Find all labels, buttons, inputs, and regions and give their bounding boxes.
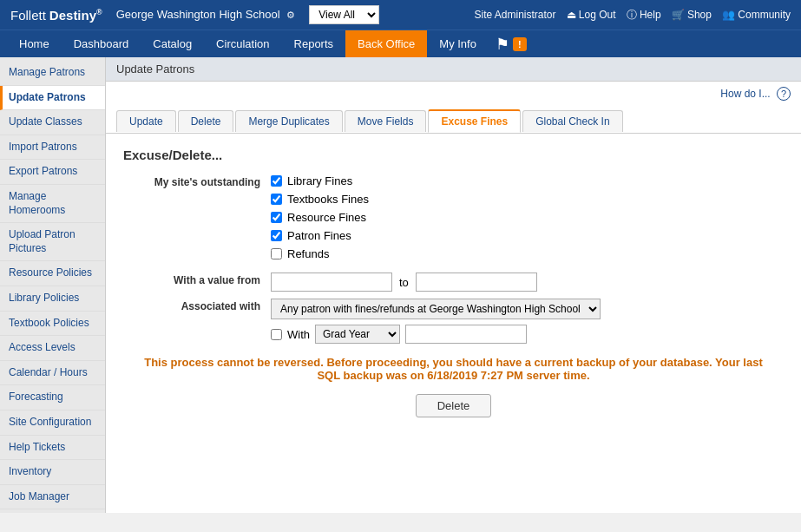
- sidebar-item-site-configuration[interactable]: Site Configuration: [0, 410, 105, 436]
- sidebar-item-calendar-hours[interactable]: Calendar / Hours: [0, 361, 105, 386]
- tab-excuse-fines[interactable]: Excuse Fines: [428, 109, 521, 133]
- how-do-i-link[interactable]: How do I... ?: [720, 88, 791, 100]
- community-icon: 👥: [722, 9, 735, 21]
- sidebar-item-inventory[interactable]: Inventory: [0, 460, 105, 485]
- associated-select[interactable]: Any patron with fines/refunds at George …: [271, 299, 601, 319]
- delete-button[interactable]: Delete: [416, 394, 492, 417]
- sidebar-item-manage-patrons[interactable]: Manage Patrons: [0, 61, 105, 86]
- checkbox-library-fines-label: Library Fines: [287, 174, 352, 187]
- associated-field: Any patron with fines/refunds at George …: [271, 299, 784, 344]
- with-label: With: [287, 328, 310, 341]
- value-field: to: [271, 273, 784, 292]
- value-to-label: to: [399, 276, 409, 289]
- tab-move-fields[interactable]: Move Fields: [345, 110, 427, 132]
- checkbox-resource-fines: Resource Fines: [271, 211, 784, 224]
- help-link-header[interactable]: ⓘ Help: [627, 8, 661, 23]
- form-area: Excuse/Delete... My site's outstanding L…: [106, 134, 801, 431]
- nav-circulation[interactable]: Circulation: [204, 30, 281, 57]
- shop-link[interactable]: 🛒 Shop: [672, 9, 712, 21]
- tab-merge-duplicates[interactable]: Merge Duplicates: [235, 110, 342, 132]
- with-row: With Grad Year Home Room Grade: [271, 325, 784, 344]
- help-row: How do I... ?: [106, 82, 801, 106]
- value-from-input[interactable]: [271, 273, 392, 292]
- nav-alert-badge[interactable]: !: [513, 37, 527, 51]
- section-title: Excuse/Delete...: [123, 148, 784, 162]
- logout-icon: ⏏: [567, 9, 576, 21]
- checkbox-refunds-label: Refunds: [287, 247, 329, 260]
- sidebar-item-resource-policies[interactable]: Resource Policies: [0, 261, 105, 286]
- outstanding-row: My site's outstanding Library Fines Text…: [123, 174, 784, 266]
- checkbox-refunds-input[interactable]: [271, 248, 282, 259]
- value-label: With a value from: [123, 273, 271, 286]
- checkbox-textbook-fines-input[interactable]: [271, 194, 282, 205]
- value-to-input[interactable]: [416, 273, 537, 292]
- value-range-row: to: [271, 273, 784, 292]
- value-row: With a value from to: [123, 273, 784, 292]
- flag-icon: ⚑: [496, 35, 509, 54]
- sidebar-item-help-tickets[interactable]: Help Tickets: [0, 436, 105, 461]
- nav-backoffice[interactable]: Back Office: [345, 30, 427, 57]
- brand-follett: Follett: [10, 8, 46, 23]
- checkboxes-field: Library Fines Textbooks Fines Resource F…: [271, 174, 784, 266]
- sidebar-item-forecasting[interactable]: Forecasting: [0, 385, 105, 410]
- associated-row: Associated with Any patron with fines/re…: [123, 299, 784, 344]
- checkbox-refunds: Refunds: [271, 247, 784, 260]
- header-right: Site Administrator ⏏ Log Out ⓘ Help 🛒 Sh…: [474, 8, 791, 23]
- sidebar-item-update-classes[interactable]: Update Classes: [0, 110, 105, 135]
- associated-label: Associated with: [123, 299, 271, 312]
- sidebar-item-manage-homerooms[interactable]: Manage Homerooms: [0, 185, 105, 223]
- logout-link[interactable]: ⏏ Log Out: [567, 9, 616, 21]
- shop-icon: 🛒: [672, 9, 685, 21]
- brand-destiny: Destiny®: [49, 8, 102, 23]
- tab-delete[interactable]: Delete: [178, 110, 234, 132]
- outstanding-label: My site's outstanding: [123, 174, 271, 188]
- main-content: Update Patrons How do I... ? Update Dele…: [106, 57, 801, 513]
- checkbox-patron-fines-input[interactable]: [271, 230, 282, 241]
- warning-text: This process cannot be reversed. Before …: [123, 356, 784, 382]
- sidebar-item-update-patrons[interactable]: Update Patrons: [0, 86, 105, 111]
- brand: Follett Destiny®: [10, 8, 102, 23]
- gear-icon[interactable]: ⚙: [286, 10, 295, 20]
- community-link[interactable]: 👥 Community: [722, 9, 791, 21]
- checkbox-textbook-fines-label: Textbooks Fines: [287, 193, 369, 206]
- checkbox-textbook-fines: Textbooks Fines: [271, 193, 784, 206]
- checkbox-library-fines: Library Fines: [271, 174, 784, 187]
- nav-myinfo[interactable]: My Info: [427, 30, 489, 57]
- view-all-select[interactable]: View All My Sites: [309, 5, 379, 24]
- layout: Manage Patrons Update Patrons Update Cla…: [0, 57, 801, 513]
- tab-global-check-in[interactable]: Global Check In: [522, 110, 622, 132]
- sidebar-item-library-policies[interactable]: Library Policies: [0, 286, 105, 312]
- sidebar: Manage Patrons Update Patrons Update Cla…: [0, 57, 106, 513]
- sidebar-item-upload-patron-pictures[interactable]: Upload Patron Pictures: [0, 223, 105, 261]
- admin-label: Site Administrator: [474, 9, 555, 21]
- checkbox-patron-fines: Patron Fines: [271, 229, 784, 242]
- nav-reports[interactable]: Reports: [282, 30, 346, 57]
- checkbox-patron-fines-label: Patron Fines: [287, 229, 351, 242]
- nav-home[interactable]: Home: [7, 30, 62, 57]
- sidebar-item-job-manager[interactable]: Job Manager: [0, 485, 105, 510]
- help-icon: ⓘ: [627, 9, 637, 21]
- with-value-input[interactable]: [405, 325, 527, 344]
- tab-bar: Update Delete Merge Duplicates Move Fiel…: [106, 106, 801, 134]
- sidebar-item-export-patrons[interactable]: Export Patrons: [0, 160, 105, 185]
- question-icon: ?: [777, 87, 791, 101]
- sidebar-item-import-patrons[interactable]: Import Patrons: [0, 135, 105, 161]
- delete-btn-row: Delete: [123, 394, 784, 417]
- nav-catalog[interactable]: Catalog: [141, 30, 204, 57]
- checkbox-resource-fines-label: Resource Fines: [287, 211, 366, 224]
- sidebar-item-textbook-policies[interactable]: Textbook Policies: [0, 312, 105, 337]
- with-select[interactable]: Grad Year Home Room Grade: [315, 325, 400, 344]
- header: Follett Destiny® George Washington High …: [0, 0, 801, 30]
- school-name: George Washington High School ⚙: [116, 8, 295, 23]
- checkbox-library-fines-input[interactable]: [271, 175, 282, 187]
- with-checkbox[interactable]: [271, 329, 282, 340]
- breadcrumb: Update Patrons: [106, 57, 801, 82]
- sidebar-item-access-levels[interactable]: Access Levels: [0, 336, 105, 361]
- tab-update[interactable]: Update: [116, 110, 176, 132]
- checkbox-resource-fines-input[interactable]: [271, 212, 282, 223]
- navbar: Home Dashboard Catalog Circulation Repor…: [0, 30, 801, 57]
- nav-dashboard[interactable]: Dashboard: [62, 30, 141, 57]
